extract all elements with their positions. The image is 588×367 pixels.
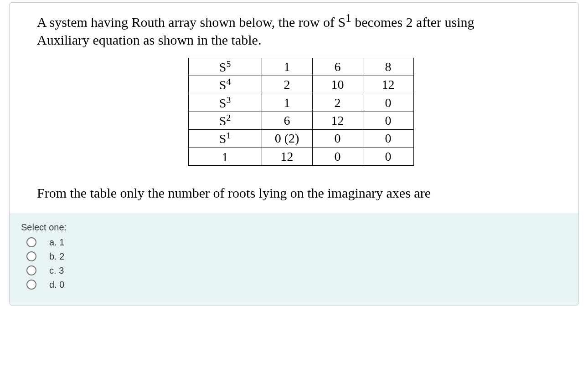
- stem-line1a: A system having Routh array shown below,…: [37, 15, 346, 30]
- cell: 0 (2): [262, 130, 312, 148]
- radio-icon[interactable]: [26, 265, 36, 275]
- question-stem-top: A system having Routh array shown below,…: [37, 11, 565, 49]
- cell: 1: [262, 94, 312, 112]
- cell: 12: [262, 148, 312, 165]
- cell: 0: [363, 94, 413, 112]
- cell: 1: [262, 58, 312, 76]
- cell-label: S1: [188, 130, 262, 148]
- option-d[interactable]: d. 0: [26, 280, 569, 290]
- option-label: c. 3: [49, 265, 64, 276]
- cell: 0: [363, 112, 413, 129]
- cell: 6: [262, 112, 312, 129]
- cell: 0: [363, 130, 413, 148]
- stem-line1b: becomes 2 after using: [351, 15, 475, 30]
- option-label: b. 2: [49, 251, 64, 262]
- cell-label: S4: [188, 76, 262, 94]
- radio-icon[interactable]: [26, 237, 36, 247]
- cell-label: S3: [188, 94, 262, 112]
- radio-icon[interactable]: [26, 251, 36, 261]
- option-b[interactable]: b. 2: [26, 251, 569, 262]
- cell: 2: [262, 76, 312, 94]
- table-row: S2 6 12 0: [188, 112, 413, 129]
- stem-line2: Auxiliary equation as shown in the table…: [37, 32, 261, 47]
- cell: 0: [312, 148, 363, 165]
- cell: 2: [312, 94, 363, 112]
- stem-sup1: 1: [346, 12, 351, 24]
- cell: 8: [363, 58, 413, 76]
- option-label: d. 0: [49, 280, 64, 290]
- select-one-prompt: Select one:: [21, 222, 569, 233]
- table-row: S3 1 2 0: [188, 94, 413, 112]
- cell: 0: [363, 148, 413, 165]
- cell-label: S5: [188, 58, 262, 76]
- radio-icon[interactable]: [26, 280, 36, 290]
- table-row: S1 0 (2) 0 0: [188, 130, 413, 148]
- cell-label: S2: [188, 112, 262, 129]
- cell: 10: [312, 76, 363, 94]
- cell: 6: [312, 58, 363, 76]
- option-a[interactable]: a. 1: [26, 237, 569, 248]
- option-c[interactable]: c. 3: [26, 265, 569, 276]
- answers-block: Select one: a. 1 b. 2 c. 3 d. 0: [10, 213, 578, 290]
- cell: 0: [312, 130, 363, 148]
- option-label: a. 1: [49, 237, 64, 248]
- cell: 12: [363, 76, 413, 94]
- question-stem-box: A system having Routh array shown below,…: [10, 3, 578, 213]
- question-stem-bottom: From the table only the number of roots …: [37, 184, 565, 202]
- table-row: S5 1 6 8: [188, 58, 413, 76]
- routh-table: S5 1 6 8 S4 2 10 12 S3 1 2 0: [188, 58, 414, 166]
- cell: 12: [312, 112, 363, 129]
- cell-label: 1: [188, 148, 262, 165]
- question-container: A system having Routh array shown below,…: [9, 2, 579, 306]
- table-row: S4 2 10 12: [188, 76, 413, 94]
- table-row: 1 12 0 0: [188, 148, 413, 165]
